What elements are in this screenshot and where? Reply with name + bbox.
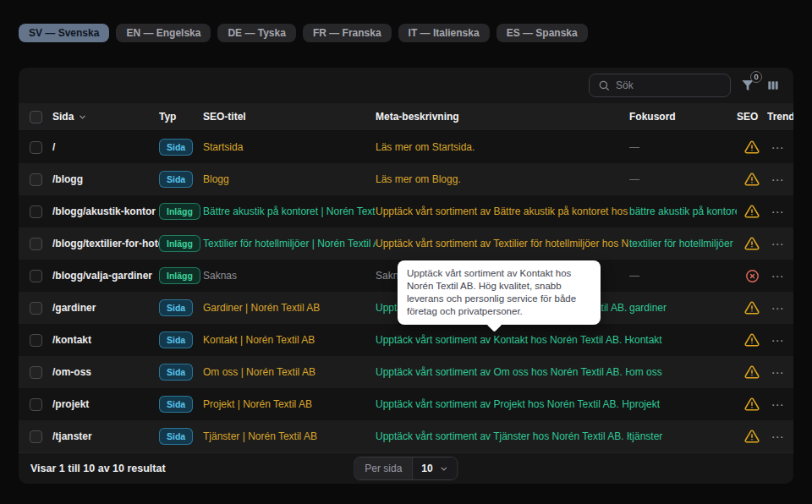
language-tab-es[interactable]: ES — Spanska: [497, 24, 588, 42]
results-count-text: Visar 1 till 10 av 10 resultat: [30, 463, 166, 474]
seo-title: Om oss | Norén Textil AB: [203, 366, 376, 378]
row-actions-ellipsis-icon[interactable]: ⋯: [771, 334, 785, 347]
column-header-trend: Trend: [767, 111, 793, 123]
table-row[interactable]: /om-ossSidaOm oss | Norén Textil ABUpptä…: [19, 356, 793, 388]
language-tab-en[interactable]: EN — Engelska: [116, 24, 211, 42]
focus-keyword: textilier för hotellmiljöer: [629, 238, 737, 249]
table-row[interactable]: /blogg/textilier-for-hotellInläggTextili…: [19, 227, 793, 260]
page-path: /blogg/akustik-kontor: [52, 205, 159, 217]
meta-description[interactable]: Upptäck vårt sortiment av Projekt hos No…: [376, 398, 629, 410]
per-page-value: 10: [421, 463, 432, 474]
meta-description[interactable]: Läs mer om Startsida.: [376, 141, 629, 153]
seo-warning-icon[interactable]: [744, 397, 760, 412]
type-badge: Sida: [159, 396, 193, 413]
row-checkbox[interactable]: [30, 173, 42, 186]
table-toolbar: 0: [19, 68, 793, 103]
page-path: /kontakt: [52, 334, 159, 346]
language-tab-fr[interactable]: FR — Franska: [303, 24, 392, 42]
page-path: /blogg/valja-gardiner: [52, 270, 159, 282]
table-row[interactable]: /kontaktSidaKontakt | Norén Textil ABUpp…: [19, 324, 793, 356]
column-header-typ: Typ: [159, 111, 203, 123]
row-checkbox[interactable]: [30, 141, 42, 154]
seo-warning-icon[interactable]: [744, 236, 760, 251]
type-badge: Inlägg: [159, 203, 200, 220]
row-actions-ellipsis-icon[interactable]: ⋯: [771, 430, 785, 443]
language-tab-de[interactable]: DE — Tyska: [217, 24, 295, 42]
seo-title: Blogg: [203, 173, 376, 185]
search-input[interactable]: [616, 79, 721, 91]
page-path: /gardiner: [52, 302, 159, 314]
row-checkbox[interactable]: [30, 205, 42, 218]
seo-warning-icon[interactable]: [744, 429, 760, 444]
table-row[interactable]: /bloggSidaBloggLäs mer om Blogg.—⋯: [19, 163, 793, 195]
meta-description[interactable]: Upptäck vårt sortiment av Om oss hos Nor…: [376, 366, 629, 378]
search-icon: [598, 79, 610, 91]
column-header-sida[interactable]: Sida: [52, 111, 159, 123]
row-checkbox[interactable]: [30, 238, 42, 250]
type-badge: Sida: [159, 364, 193, 381]
meta-description[interactable]: Upptäck vårt sortiment av Kontakt hos No…: [376, 334, 629, 346]
table-row[interactable]: /projektSidaProjekt | Norén Textil ABUpp…: [19, 388, 793, 420]
row-actions-ellipsis-icon[interactable]: ⋯: [771, 141, 785, 154]
select-all-checkbox[interactable]: [30, 111, 42, 123]
meta-description-tooltip: Upptäck vårt sortiment av Kontakt hos No…: [398, 260, 601, 325]
filter-count-badge: 0: [750, 71, 762, 83]
table-row[interactable]: /SidaStartsidaLäs mer om Startsida.—⋯: [19, 131, 793, 163]
table-row[interactable]: /tjansterSidaTjänster | Norén Textil ABU…: [19, 420, 793, 452]
filter-button[interactable]: 0: [739, 77, 756, 94]
focus-keyword: bättre akustik på kontoret: [629, 205, 737, 217]
meta-description[interactable]: Upptäck vårt sortiment av Textilier för …: [376, 238, 629, 249]
row-checkbox[interactable]: [30, 270, 42, 282]
seo-error-icon[interactable]: [745, 269, 760, 283]
row-actions-ellipsis-icon[interactable]: ⋯: [771, 270, 785, 282]
row-actions-ellipsis-icon[interactable]: ⋯: [771, 238, 785, 250]
seo-warning-icon[interactable]: [744, 140, 760, 155]
seo-title: Tjänster | Norén Textil AB: [203, 430, 376, 442]
per-page-label: Per sida: [354, 457, 413, 479]
meta-description[interactable]: Läs mer om Blogg.: [376, 173, 629, 185]
page-path: /tjanster: [52, 430, 159, 442]
page-path: /om-oss: [52, 366, 159, 378]
column-header-meta: Meta-beskrivning: [376, 111, 629, 123]
row-actions-ellipsis-icon[interactable]: ⋯: [771, 302, 785, 315]
row-actions-ellipsis-icon[interactable]: ⋯: [771, 173, 785, 186]
row-checkbox[interactable]: [30, 302, 42, 315]
row-checkbox[interactable]: [30, 366, 42, 379]
row-checkbox[interactable]: [30, 334, 42, 347]
focus-keyword: om oss: [629, 366, 737, 378]
meta-description[interactable]: Upptäck vårt sortiment av Bättre akustik…: [376, 205, 629, 217]
focus-keyword: projekt: [629, 398, 737, 410]
seo-title: Bättre akustik på kontoret | Norén Texti…: [203, 205, 376, 217]
seo-warning-icon[interactable]: [744, 172, 760, 187]
type-badge: Sida: [159, 171, 193, 188]
columns-button[interactable]: [765, 77, 782, 94]
table-row[interactable]: /blogg/akustik-kontorInläggBättre akusti…: [19, 195, 793, 227]
focus-keyword: tjänster: [629, 430, 737, 442]
column-header-fokusord: Fokusord: [629, 111, 737, 123]
seo-title: Kontakt | Norén Textil AB: [203, 334, 376, 346]
tooltip-text: Upptäck vårt sortiment av Kontakt hos No…: [407, 268, 576, 316]
row-actions-ellipsis-icon[interactable]: ⋯: [771, 366, 785, 379]
seo-warning-icon[interactable]: [744, 300, 760, 315]
type-badge: Inlägg: [159, 267, 200, 284]
row-checkbox[interactable]: [30, 398, 42, 411]
seo-warning-icon[interactable]: [744, 364, 760, 380]
seo-warning-icon[interactable]: [744, 332, 760, 348]
search-input-wrapper[interactable]: [589, 74, 731, 97]
language-tab-it[interactable]: IT — Italienska: [398, 24, 490, 42]
per-page-select[interactable]: Per sida 10: [354, 457, 458, 480]
language-tab-sv[interactable]: SV — Svenska: [19, 24, 109, 42]
language-tabs: SV — SvenskaEN — EngelskaDE — TyskaFR — …: [19, 24, 588, 42]
meta-description[interactable]: Upptäck vårt sortiment av Tjänster hos N…: [376, 430, 629, 442]
row-actions-ellipsis-icon[interactable]: ⋯: [771, 398, 785, 411]
type-badge: Sida: [159, 331, 193, 348]
row-actions-ellipsis-icon[interactable]: ⋯: [771, 205, 785, 218]
type-badge: Sida: [159, 428, 193, 445]
column-header-seo-titel: SEO-titel: [203, 111, 376, 123]
focus-keyword: —: [629, 141, 737, 153]
row-checkbox[interactable]: [30, 430, 42, 443]
focus-keyword: —: [629, 173, 737, 185]
seo-title: Startsida: [203, 141, 376, 153]
seo-warning-icon[interactable]: [744, 204, 760, 219]
focus-keyword: gardiner: [629, 302, 737, 314]
